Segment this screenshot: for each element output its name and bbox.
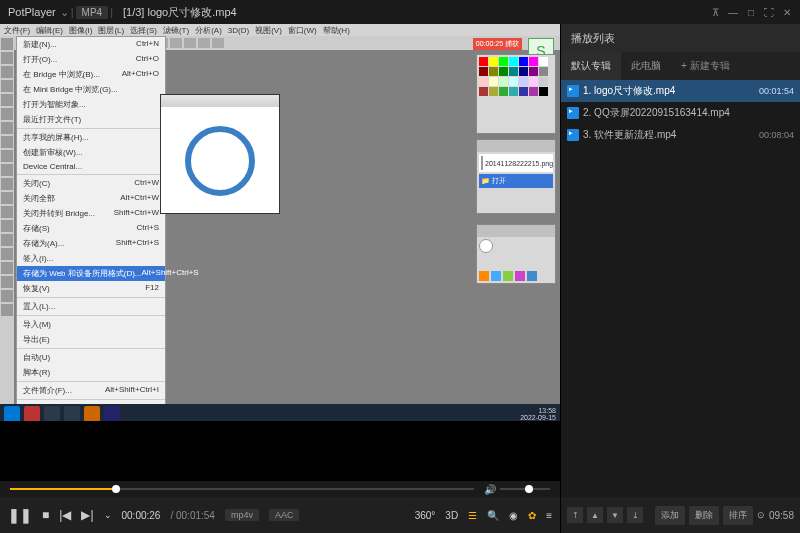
ps-swatches [476, 54, 556, 134]
format-badge: MP4 [76, 6, 109, 19]
item-name: 2. QQ录屏20220915163414.mp4 [583, 106, 790, 120]
pin-button[interactable]: ⊼ [706, 7, 724, 18]
tab-default-album[interactable]: 默认专辑 [561, 52, 621, 80]
playlist-item[interactable]: 3. 软件更新流程.mp400:08:04 [561, 124, 800, 146]
ps-bottom-panel [476, 224, 556, 284]
volume-slider[interactable] [500, 488, 550, 490]
minimize-button[interactable]: — [724, 7, 742, 18]
prev-button[interactable]: |◀ [59, 508, 71, 522]
search-icon[interactable]: 🔍 [487, 510, 499, 521]
titlebar: PotPlayer ⌄ | MP4 | [1/3] logo尺寸修改.mp4 ⊼… [0, 0, 800, 24]
chevron-down-icon[interactable]: ⌄ [104, 510, 112, 520]
item-name: 1. logo尺寸修改.mp4 [583, 84, 755, 98]
settings-icon[interactable]: ✿ [528, 510, 536, 521]
playlist-item[interactable]: 2. QQ录屏20220915163414.mp4 [561, 102, 800, 124]
3d-button[interactable]: 3D [445, 510, 458, 521]
window-title: [1/3] logo尺寸修改.mp4 [123, 5, 237, 20]
move-down-button[interactable]: ▼ [607, 507, 623, 523]
item-name: 3. 软件更新流程.mp4 [583, 128, 755, 142]
video-codec[interactable]: mp4v [225, 509, 259, 521]
stop-button[interactable]: ■ [42, 508, 49, 522]
file-icon [567, 129, 579, 141]
rec-button[interactable]: ◉ [509, 510, 518, 521]
app-dropdown-icon[interactable]: ⌄ [60, 6, 69, 19]
footer-time: 09:58 [769, 510, 794, 521]
move-top-button[interactable]: ⤒ [567, 507, 583, 523]
tab-new-album[interactable]: + 新建专辑 [671, 52, 740, 80]
item-duration: 00:01:54 [759, 86, 794, 96]
progress-bar[interactable]: 🔊 [0, 481, 560, 497]
clock-icon: ⊙ [757, 510, 765, 520]
fullscreen-button[interactable]: ⛶ [760, 7, 778, 18]
file-icon [567, 85, 579, 97]
playlist-item[interactable]: 1. logo尺寸修改.mp400:01:54 [561, 80, 800, 102]
audio-codec[interactable]: AAC [269, 509, 300, 521]
current-time: 00:00:26 [122, 510, 161, 521]
app-name[interactable]: PotPlayer [4, 6, 60, 18]
playback-controls: ❚❚ ■ |◀ ▶| ⌄ 00:00:26 / 00:01:54 mp4v AA… [0, 497, 560, 533]
tab-this-pc[interactable]: 此电脑 [621, 52, 671, 80]
video-frame[interactable]: 文件(F)编辑(E)图像(I)图层(L)选择(S)滤镜(T)分析(A)3D(D)… [0, 24, 560, 481]
playlist-panel: 播放列表 默认专辑 此电脑 + 新建专辑 1. logo尺寸修改.mp400:0… [560, 24, 800, 533]
pause-button[interactable]: ❚❚ [8, 507, 32, 523]
move-up-button[interactable]: ▲ [587, 507, 603, 523]
volume-icon[interactable]: 🔊 [484, 484, 496, 495]
delete-button[interactable]: 删除 [689, 506, 719, 525]
playlist-items: 1. logo尺寸修改.mp400:01:542. QQ录屏2022091516… [561, 80, 800, 497]
playlist-footer: ⤒ ▲ ▼ ⤓ 添加 删除 排序 ⊙ 09:58 [561, 497, 800, 533]
ps-menubar: 文件(F)编辑(E)图像(I)图层(L)选择(S)滤镜(T)分析(A)3D(D)… [0, 24, 560, 36]
360-button[interactable]: 360° [415, 510, 436, 521]
file-icon [567, 107, 579, 119]
move-bottom-button[interactable]: ⤓ [627, 507, 643, 523]
ps-toolbar [0, 36, 14, 416]
playlist-toggle[interactable]: ≡ [546, 510, 552, 521]
sort-button[interactable]: 排序 [723, 506, 753, 525]
maximize-button[interactable]: □ [742, 7, 760, 18]
add-button[interactable]: 添加 [655, 506, 685, 525]
ps-file-menu: 新建(N)...Ctrl+N打开(O)...Ctrl+O在 Bridge 中浏览… [16, 36, 166, 450]
close-button[interactable]: ✕ [778, 7, 796, 18]
video-area: 文件(F)编辑(E)图像(I)图层(L)选择(S)滤镜(T)分析(A)3D(D)… [0, 24, 560, 533]
progress-thumb[interactable] [112, 485, 120, 493]
eq-button[interactable]: ☰ [468, 510, 477, 521]
ps-document [160, 94, 280, 214]
ps-layers: 20141128222215.png 📁打开 [476, 139, 556, 214]
playlist-header: 播放列表 [561, 24, 800, 52]
next-button[interactable]: ▶| [81, 508, 93, 522]
duration: 00:01:54 [176, 510, 215, 521]
item-duration: 00:08:04 [759, 130, 794, 140]
capture-badge: 00:00:25 捕获 [473, 38, 522, 50]
